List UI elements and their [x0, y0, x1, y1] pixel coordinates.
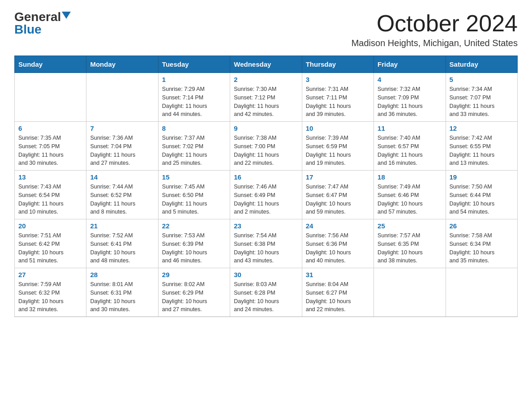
day-info: Sunrise: 7:37 AM Sunset: 7:02 PM Dayligh…: [162, 134, 226, 167]
week-row-5: 27Sunrise: 7:59 AM Sunset: 6:32 PM Dayli…: [15, 268, 518, 317]
calendar-cell: 31Sunrise: 8:04 AM Sunset: 6:27 PM Dayli…: [302, 268, 373, 317]
day-number: 14: [90, 173, 154, 181]
weekday-row: SundayMondayTuesdayWednesdayThursdayFrid…: [15, 56, 518, 73]
day-info: Sunrise: 7:49 AM Sunset: 6:46 PM Dayligh…: [378, 183, 442, 216]
calendar-cell: 17Sunrise: 7:47 AM Sunset: 6:47 PM Dayli…: [302, 171, 373, 219]
calendar-cell: 10Sunrise: 7:39 AM Sunset: 6:59 PM Dayli…: [302, 122, 373, 171]
calendar-cell: 25Sunrise: 7:57 AM Sunset: 6:35 PM Dayli…: [374, 219, 446, 268]
day-info: Sunrise: 7:54 AM Sunset: 6:38 PM Dayligh…: [234, 231, 298, 265]
day-info: Sunrise: 7:29 AM Sunset: 7:14 PM Dayligh…: [162, 85, 226, 119]
calendar-cell: [15, 73, 86, 122]
day-info: Sunrise: 7:50 AM Sunset: 6:44 PM Dayligh…: [450, 183, 514, 216]
calendar-cell: 15Sunrise: 7:45 AM Sunset: 6:50 PM Dayli…: [158, 171, 230, 219]
calendar-cell: 13Sunrise: 7:43 AM Sunset: 6:54 PM Dayli…: [15, 171, 86, 219]
subtitle: Madison Heights, Michigan, United States: [352, 38, 518, 48]
calendar-cell: 29Sunrise: 8:02 AM Sunset: 6:29 PM Dayli…: [158, 268, 230, 317]
day-number: 18: [378, 173, 442, 181]
day-number: 20: [18, 222, 82, 230]
calendar-cell: 9Sunrise: 7:38 AM Sunset: 7:00 PM Daylig…: [230, 122, 302, 171]
day-number: 2: [234, 76, 298, 83]
title-section: October 2024 Madison Heights, Michigan, …: [352, 11, 518, 48]
calendar-cell: [374, 268, 446, 317]
day-number: 29: [162, 271, 226, 278]
day-number: 3: [306, 76, 370, 83]
calendar-cell: [446, 268, 517, 317]
day-number: 19: [450, 173, 514, 181]
day-info: Sunrise: 7:56 AM Sunset: 6:36 PM Dayligh…: [306, 231, 370, 265]
day-number: 10: [306, 124, 370, 132]
weekday-monday: Monday: [86, 56, 158, 73]
calendar-cell: 4Sunrise: 7:32 AM Sunset: 7:09 PM Daylig…: [374, 73, 446, 122]
day-info: Sunrise: 7:34 AM Sunset: 7:07 PM Dayligh…: [450, 85, 514, 119]
day-number: 6: [18, 124, 82, 132]
calendar-body: 1Sunrise: 7:29 AM Sunset: 7:14 PM Daylig…: [15, 73, 518, 317]
calendar-cell: 21Sunrise: 7:52 AM Sunset: 6:41 PM Dayli…: [86, 219, 158, 268]
day-number: 30: [234, 271, 298, 278]
day-number: 31: [306, 271, 370, 278]
day-info: Sunrise: 7:43 AM Sunset: 6:54 PM Dayligh…: [18, 183, 82, 216]
day-number: 24: [306, 222, 370, 230]
day-info: Sunrise: 7:45 AM Sunset: 6:50 PM Dayligh…: [162, 183, 226, 216]
logo: General Blue: [14, 11, 71, 36]
calendar-cell: 1Sunrise: 7:29 AM Sunset: 7:14 PM Daylig…: [158, 73, 230, 122]
day-number: 13: [18, 173, 82, 181]
day-info: Sunrise: 7:58 AM Sunset: 6:34 PM Dayligh…: [450, 231, 514, 265]
day-info: Sunrise: 7:38 AM Sunset: 7:00 PM Dayligh…: [234, 134, 298, 167]
day-number: 28: [90, 271, 154, 278]
page-title: October 2024: [352, 11, 518, 36]
day-number: 7: [90, 124, 154, 132]
day-info: Sunrise: 7:30 AM Sunset: 7:12 PM Dayligh…: [234, 85, 298, 119]
calendar-cell: 14Sunrise: 7:44 AM Sunset: 6:52 PM Dayli…: [86, 171, 158, 219]
calendar-cell: 18Sunrise: 7:49 AM Sunset: 6:46 PM Dayli…: [374, 171, 446, 219]
logo-triangle-icon: [62, 12, 71, 19]
day-info: Sunrise: 7:46 AM Sunset: 6:49 PM Dayligh…: [234, 183, 298, 216]
day-number: 22: [162, 222, 226, 230]
weekday-friday: Friday: [374, 56, 446, 73]
day-info: Sunrise: 7:39 AM Sunset: 6:59 PM Dayligh…: [306, 134, 370, 167]
weekday-saturday: Saturday: [446, 56, 517, 73]
day-info: Sunrise: 7:52 AM Sunset: 6:41 PM Dayligh…: [90, 231, 154, 265]
day-info: Sunrise: 7:51 AM Sunset: 6:42 PM Dayligh…: [18, 231, 82, 265]
day-info: Sunrise: 8:03 AM Sunset: 6:28 PM Dayligh…: [234, 280, 298, 314]
calendar-header: SundayMondayTuesdayWednesdayThursdayFrid…: [15, 56, 518, 73]
day-number: 15: [162, 173, 226, 181]
calendar-cell: 30Sunrise: 8:03 AM Sunset: 6:28 PM Dayli…: [230, 268, 302, 317]
calendar-cell: 8Sunrise: 7:37 AM Sunset: 7:02 PM Daylig…: [158, 122, 230, 171]
day-info: Sunrise: 7:53 AM Sunset: 6:39 PM Dayligh…: [162, 231, 226, 265]
calendar-cell: 24Sunrise: 7:56 AM Sunset: 6:36 PM Dayli…: [302, 219, 373, 268]
calendar-cell: 7Sunrise: 7:36 AM Sunset: 7:04 PM Daylig…: [86, 122, 158, 171]
week-row-3: 13Sunrise: 7:43 AM Sunset: 6:54 PM Dayli…: [15, 171, 518, 219]
week-row-4: 20Sunrise: 7:51 AM Sunset: 6:42 PM Dayli…: [15, 219, 518, 268]
calendar-cell: 22Sunrise: 7:53 AM Sunset: 6:39 PM Dayli…: [158, 219, 230, 268]
day-info: Sunrise: 7:42 AM Sunset: 6:55 PM Dayligh…: [450, 134, 514, 167]
calendar-cell: 28Sunrise: 8:01 AM Sunset: 6:31 PM Dayli…: [86, 268, 158, 317]
day-number: 9: [234, 124, 298, 132]
day-number: 8: [162, 124, 226, 132]
day-number: 27: [18, 271, 82, 278]
weekday-tuesday: Tuesday: [158, 56, 230, 73]
day-info: Sunrise: 7:40 AM Sunset: 6:57 PM Dayligh…: [378, 134, 442, 167]
day-info: Sunrise: 7:32 AM Sunset: 7:09 PM Dayligh…: [378, 85, 442, 119]
day-info: Sunrise: 7:44 AM Sunset: 6:52 PM Dayligh…: [90, 183, 154, 216]
day-info: Sunrise: 8:04 AM Sunset: 6:27 PM Dayligh…: [306, 280, 370, 314]
day-info: Sunrise: 7:59 AM Sunset: 6:32 PM Dayligh…: [18, 280, 82, 314]
weekday-thursday: Thursday: [302, 56, 373, 73]
day-number: 25: [378, 222, 442, 230]
day-number: 26: [450, 222, 514, 230]
logo-blue-text: Blue: [14, 23, 42, 36]
calendar-table: SundayMondayTuesdayWednesdayThursdayFrid…: [14, 56, 518, 317]
day-info: Sunrise: 7:35 AM Sunset: 7:05 PM Dayligh…: [18, 134, 82, 167]
calendar-cell: 12Sunrise: 7:42 AM Sunset: 6:55 PM Dayli…: [446, 122, 517, 171]
calendar-cell: 6Sunrise: 7:35 AM Sunset: 7:05 PM Daylig…: [15, 122, 86, 171]
calendar-cell: 16Sunrise: 7:46 AM Sunset: 6:49 PM Dayli…: [230, 171, 302, 219]
calendar-cell: [86, 73, 158, 122]
calendar-cell: 27Sunrise: 7:59 AM Sunset: 6:32 PM Dayli…: [15, 268, 86, 317]
calendar-cell: 19Sunrise: 7:50 AM Sunset: 6:44 PM Dayli…: [446, 171, 517, 219]
weekday-sunday: Sunday: [15, 56, 86, 73]
day-number: 4: [378, 76, 442, 83]
calendar-cell: 23Sunrise: 7:54 AM Sunset: 6:38 PM Dayli…: [230, 219, 302, 268]
day-number: 12: [450, 124, 514, 132]
day-number: 23: [234, 222, 298, 230]
calendar-cell: 11Sunrise: 7:40 AM Sunset: 6:57 PM Dayli…: [374, 122, 446, 171]
calendar-cell: 3Sunrise: 7:31 AM Sunset: 7:11 PM Daylig…: [302, 73, 373, 122]
